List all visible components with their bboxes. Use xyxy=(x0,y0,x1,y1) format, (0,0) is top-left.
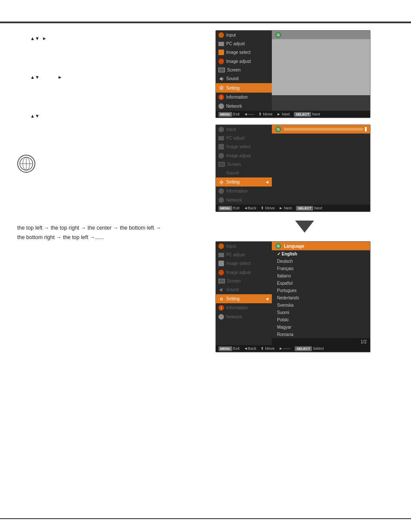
menu-item-sound-2: Sound xyxy=(216,168,272,177)
second-section: the top left → the top right → the cente… xyxy=(17,186,202,242)
lang-italiano[interactable]: Italiano xyxy=(272,272,370,280)
setting-icon-3 xyxy=(218,296,224,302)
g-circle: G xyxy=(275,32,281,38)
right-orange-header: G xyxy=(272,125,370,134)
menu-item-imageselect-2: Image select xyxy=(216,142,272,151)
flow-path: the top left → the top right → the cente… xyxy=(17,224,202,242)
lang-nederlands[interactable]: Nederlands xyxy=(272,294,370,302)
arrows-updown-3: ▲▼ xyxy=(30,112,40,121)
menu-item-network-3: Network xyxy=(216,312,272,321)
page-content: ▲▼ ► ▲▼ ► ▲▼ xyxy=(0,0,411,374)
right-body-gray-1 xyxy=(272,39,370,95)
info-icon-1: i xyxy=(218,94,224,100)
select-btn-2: SELECT xyxy=(296,206,313,211)
menu-btn-1: MENU xyxy=(218,112,232,117)
menu-item-setting-3[interactable]: Setting ◄ xyxy=(216,294,272,303)
screen-icon-1 xyxy=(218,68,225,72)
menu-item-imageadjust-3: Image adjust xyxy=(216,268,272,277)
lang-suomi[interactable]: Suomi xyxy=(272,309,370,316)
menu-item-screen-1: Screen xyxy=(216,66,272,74)
menu-right-panel-2: G xyxy=(272,125,370,205)
menu-left-panel-3: Input PC adjust Image select xyxy=(216,242,272,345)
menu-item-info-1: i Information xyxy=(216,93,272,102)
menu-item-input-2: Input xyxy=(216,125,272,134)
network-icon-2 xyxy=(218,197,224,203)
menu-body-1: Input PC adjust Image select xyxy=(216,31,370,111)
imageadj-icon-3 xyxy=(218,270,224,275)
network-icon-1 xyxy=(218,103,224,109)
menu-item-imageselect-3: Image select xyxy=(216,259,272,268)
menu-screenshot-1: Input PC adjust Image select xyxy=(215,30,371,118)
menu-item-sound-1: Sound xyxy=(216,74,272,83)
imagesel-icon-1 xyxy=(218,50,224,55)
menu-screenshot-3: Input PC adjust Image select xyxy=(215,241,371,352)
lang-deutsch[interactable]: Deutsch xyxy=(272,258,370,265)
globe-icon-container xyxy=(17,155,202,173)
menu-left-panel-2: Input PC adjust Image select xyxy=(216,125,272,205)
menu-item-input-3: Input xyxy=(216,242,272,251)
nav-instructions: ▲▼ ► ▲▼ ► ▲▼ xyxy=(30,34,202,120)
select-btn-1: SELECT xyxy=(294,112,311,117)
setting-arrow-1: ► xyxy=(264,85,269,91)
menu-bottom-2: MENU Exit ◄Back ⬆ Move ► Next SELECT Nex… xyxy=(216,205,370,212)
screen-icon-2 xyxy=(218,162,225,167)
input-icon-2 xyxy=(218,127,224,132)
menu-item-imageselect-1: Image select xyxy=(216,48,272,57)
setting-icon-2 xyxy=(218,179,224,185)
lang-svenska[interactable]: Svenska xyxy=(272,302,370,309)
g-circle-3: G xyxy=(275,243,281,249)
progress-bar xyxy=(284,128,363,131)
menu-bottom-3: MENU Exit ◄Back ⬆ Move ►------ SELECT Se… xyxy=(216,345,370,352)
svg-point-5 xyxy=(220,87,222,89)
lang-english[interactable]: English xyxy=(272,250,370,258)
arrow-right-1: ► xyxy=(42,34,47,43)
menu-item-setting-1[interactable]: Setting ► xyxy=(216,83,272,93)
nav-row-2: ▲▼ ► xyxy=(30,73,202,82)
menu-item-imageadjust-1: Image adjust xyxy=(216,57,272,66)
top-border xyxy=(0,22,411,23)
menu-item-pcadjust-3: PC adjust xyxy=(216,251,272,259)
svg-point-6 xyxy=(220,181,222,183)
menu-bottom-1: MENU Exit ◄----- ⬆ Move ► Next SELECT Ne… xyxy=(216,111,370,118)
sound-icon-3 xyxy=(218,287,224,292)
screen-icon-3 xyxy=(218,279,225,283)
right-dark-body xyxy=(272,134,370,205)
globe-icon xyxy=(17,155,35,173)
imageadj-icon-2 xyxy=(218,153,224,159)
lang-header: G Language xyxy=(272,242,370,250)
main-layout: ▲▼ ► ▲▼ ► ▲▼ xyxy=(17,30,394,352)
menu-right-panel-3: G Language English Deutsch Français Ital… xyxy=(272,242,370,345)
sound-icon-2 xyxy=(218,170,224,176)
select-btn-3: SELECT xyxy=(295,346,312,351)
page-number-container: 1/2 xyxy=(272,338,370,345)
nav-row-1: ▲▼ ► xyxy=(30,34,202,43)
menu-body-3: Input PC adjust Image select xyxy=(216,242,370,345)
imagesel-icon-3 xyxy=(218,261,224,266)
lang-polski[interactable]: Polski xyxy=(272,316,370,324)
setting-arrow-2: ◄ xyxy=(265,180,269,184)
lang-romana[interactable]: Romana xyxy=(272,331,370,338)
menu-btn-2: MENU xyxy=(218,206,232,211)
arrow-right-2: ► xyxy=(58,73,62,82)
info-icon-2 xyxy=(218,188,224,194)
lang-francais[interactable]: Français xyxy=(272,265,370,272)
menu-item-screen-3: Screen xyxy=(216,277,272,285)
right-column: Input PC adjust Image select xyxy=(215,30,394,352)
nav-row-3: ▲▼ xyxy=(30,112,202,121)
pc-icon-3 xyxy=(218,253,224,257)
menu-item-info-3: i Information xyxy=(216,303,272,312)
input-icon-3 xyxy=(218,243,224,249)
imageadj-icon-1 xyxy=(218,59,224,64)
menu-item-info-2: Information xyxy=(216,187,272,196)
info-icon-3: i xyxy=(218,305,224,311)
down-arrow xyxy=(295,221,314,233)
menu-item-screen-2: Screen xyxy=(216,160,272,168)
menu-left-panel-1: Input PC adjust Image select xyxy=(216,31,272,111)
lang-portugues[interactable]: Portugues xyxy=(272,287,370,294)
lang-espanol[interactable]: Español xyxy=(272,280,370,287)
menu-item-imageadjust-2: Image adjust xyxy=(216,151,272,160)
menu-item-network-1: Network xyxy=(216,102,272,111)
sound-icon-1 xyxy=(218,76,224,81)
menu-item-setting-2[interactable]: Setting ◄ xyxy=(216,177,272,187)
lang-magyar[interactable]: Magyar xyxy=(272,324,370,331)
